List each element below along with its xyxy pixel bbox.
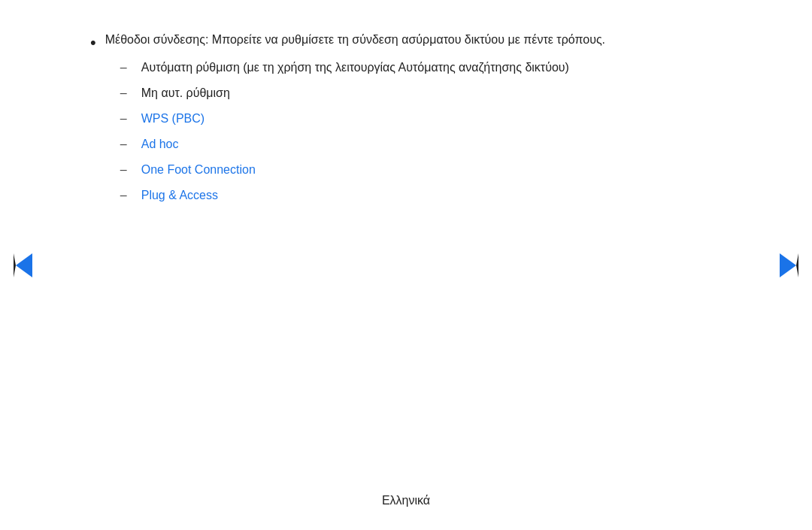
bullet-main-text: Μέθοδοι σύνδεσης: Μπορείτε να ρυθμίσετε … <box>105 33 605 46</box>
dash-plug-access: – <box>120 186 131 204</box>
main-content: • Μέθοδοι σύνδεσης: Μπορείτε να ρυθμίσετ… <box>30 0 782 248</box>
sub-list: –Αυτόματη ρύθμιση (με τη χρήση της λειτο… <box>120 59 605 204</box>
dash-auto-setup: – <box>120 59 131 77</box>
dash-wps-pbc: – <box>120 110 131 128</box>
prev-arrow[interactable] <box>14 253 32 277</box>
footer-language: Ελληνικά <box>382 494 430 507</box>
dash-manual-setup: – <box>120 84 131 102</box>
sub-item-manual-setup: –Μη αυτ. ρύθμιση <box>120 84 605 102</box>
sub-item-plug-access: –Plug & Access <box>120 186 605 204</box>
next-arrow[interactable] <box>780 253 798 277</box>
sub-item-auto-setup: –Αυτόματη ρύθμιση (με τη χρήση της λειτο… <box>120 59 605 77</box>
bullet-item: • Μέθοδοι σύνδεσης: Μπορείτε να ρυθμίσετ… <box>90 30 722 212</box>
sub-item-one-foot: –One Foot Connection <box>120 161 605 179</box>
dash-ad-hoc: – <box>120 135 131 153</box>
sub-item-text-wps-pbc[interactable]: WPS (PBC) <box>141 110 205 128</box>
sub-item-text-auto-setup: Αυτόματη ρύθμιση (με τη χρήση της λειτου… <box>141 59 569 77</box>
sub-item-text-ad-hoc[interactable]: Ad hoc <box>141 135 179 153</box>
sub-item-ad-hoc: –Ad hoc <box>120 135 605 153</box>
bullet-dot: • <box>90 30 96 55</box>
bullet-text: Μέθοδοι σύνδεσης: Μπορείτε να ρυθμίσετε … <box>105 30 605 212</box>
dash-one-foot: – <box>120 161 131 179</box>
footer: Ελληνικά <box>0 494 812 507</box>
sub-item-wps-pbc: –WPS (PBC) <box>120 110 605 128</box>
sub-item-text-one-foot[interactable]: One Foot Connection <box>141 161 256 179</box>
sub-item-text-plug-access[interactable]: Plug & Access <box>141 186 218 204</box>
sub-item-text-manual-setup: Μη αυτ. ρύθμιση <box>141 84 230 102</box>
